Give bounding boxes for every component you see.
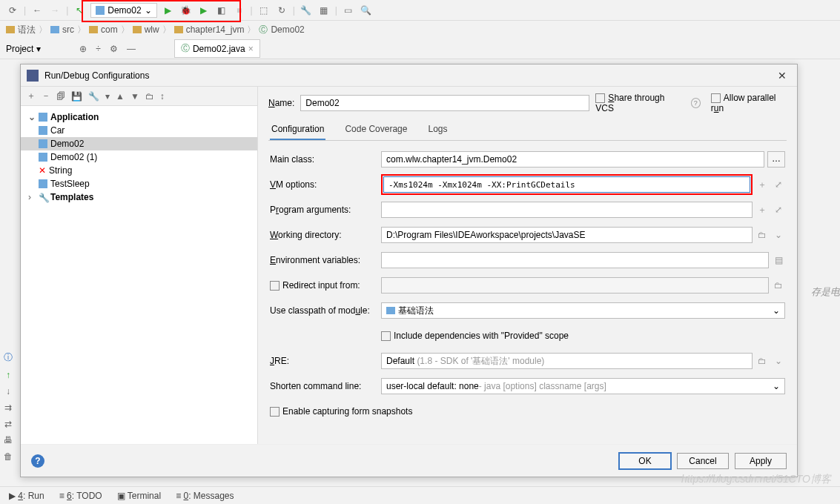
chevron-down-icon[interactable]: ⌄ bbox=[772, 356, 785, 366]
ok-button[interactable]: OK bbox=[619, 453, 671, 469]
chevron-down-icon[interactable]: ⌄ bbox=[772, 230, 785, 240]
folder-icon bbox=[6, 26, 15, 33]
tree-item-car[interactable]: Car bbox=[21, 124, 257, 137]
apply-button[interactable]: Apply bbox=[735, 453, 787, 469]
tab-code-coverage[interactable]: Code Coverage bbox=[343, 121, 409, 140]
help-icon[interactable]: ? bbox=[691, 98, 701, 108]
expand-icon[interactable]: ＋ bbox=[755, 204, 769, 216]
crumb-item[interactable]: wlw〉 bbox=[133, 24, 171, 36]
coverage-icon[interactable]: ▶ bbox=[197, 4, 211, 17]
tree-templates-node[interactable]: › 🔧 Templates bbox=[21, 190, 257, 204]
expand-icon[interactable]: ＋ bbox=[755, 179, 769, 191]
tree-item-demo02[interactable]: Demo02 bbox=[21, 137, 257, 150]
shorten-label: Shorten command line: bbox=[270, 381, 381, 391]
crumb-item[interactable]: chapter14_jvm〉 bbox=[174, 24, 257, 36]
up-arrow-icon[interactable]: ↖ bbox=[73, 4, 86, 17]
run-icon[interactable]: ▶ bbox=[162, 4, 175, 17]
help-button[interactable]: ? bbox=[31, 454, 44, 468]
tab-logs[interactable]: Logs bbox=[426, 121, 449, 140]
print-icon[interactable]: 🖶 bbox=[4, 435, 13, 445]
close-icon[interactable]: ✕ bbox=[773, 70, 791, 82]
debug-icon[interactable]: 🐞 bbox=[179, 4, 193, 17]
list-icon[interactable]: ▤ bbox=[772, 255, 785, 265]
tab-configuration[interactable]: Configuration bbox=[270, 121, 325, 140]
down-icon[interactable]: ▼ bbox=[130, 91, 139, 102]
add-icon[interactable]: ＋ bbox=[27, 90, 36, 102]
wrench-icon[interactable]: 🔧 bbox=[300, 4, 313, 17]
project-dropdown[interactable]: Project ▾ bbox=[6, 44, 41, 54]
main-class-input[interactable] bbox=[381, 151, 764, 168]
back-icon[interactable]: ← bbox=[30, 4, 44, 17]
redirect-label[interactable]: Redirect input from: bbox=[270, 280, 381, 291]
parallel-run-checkbox[interactable]: Allow parallel run bbox=[711, 93, 787, 113]
toggle-icon[interactable]: ⌄ bbox=[28, 112, 36, 122]
folder-icon[interactable]: 🗀 bbox=[755, 356, 769, 366]
env-input[interactable] bbox=[381, 252, 769, 268]
git-icon[interactable]: ⬚ bbox=[257, 4, 271, 17]
sort-icon[interactable]: ↕ bbox=[160, 91, 165, 102]
snapshot-checkbox[interactable]: Enable capturing form snapshots bbox=[270, 406, 412, 417]
copy-icon[interactable]: 🗐 bbox=[56, 91, 65, 102]
work-dir-input[interactable] bbox=[381, 227, 753, 243]
search-icon[interactable]: 🔍 bbox=[360, 4, 373, 17]
folder-icon[interactable]: 🗀 bbox=[755, 230, 769, 240]
settings-icon[interactable]: ⚙ bbox=[110, 44, 118, 54]
rerun-icon[interactable]: ↑ bbox=[6, 370, 10, 380]
classpath-dropdown[interactable]: 基础语法 ⌄ bbox=[381, 302, 785, 319]
hide-icon[interactable]: — bbox=[127, 44, 136, 54]
folder-icon bbox=[133, 26, 142, 33]
prog-args-input[interactable] bbox=[381, 202, 753, 218]
save-icon[interactable]: 💾 bbox=[71, 91, 82, 102]
wrench-icon[interactable]: 🔧 bbox=[88, 91, 99, 102]
idea-icon bbox=[27, 70, 39, 82]
highlight-vm-options bbox=[381, 174, 753, 195]
prog-args-label: Program arguments: bbox=[270, 205, 381, 215]
browse-main-class-button[interactable]: … bbox=[767, 151, 785, 168]
editor-tab[interactable]: Ⓒ Demo02.java × bbox=[174, 39, 260, 58]
crumb-item[interactable]: src〉 bbox=[50, 24, 86, 36]
toggle-icon[interactable]: › bbox=[28, 192, 36, 202]
shorten-dropdown[interactable]: user-local default: none - java [options… bbox=[381, 378, 785, 394]
name-input[interactable] bbox=[300, 95, 589, 111]
collapse-icon[interactable]: ÷ bbox=[96, 44, 101, 54]
remove-icon[interactable]: － bbox=[42, 90, 50, 102]
jre-dropdown[interactable]: Default (1.8 - SDK of '基础语法' module) bbox=[381, 353, 753, 369]
include-deps-checkbox[interactable]: Include dependencies with "Provided" sco… bbox=[381, 331, 569, 341]
run-config-dropdown[interactable]: Demo02 ⌄ bbox=[90, 3, 156, 18]
down-icon[interactable]: ↓ bbox=[6, 386, 10, 397]
maximize-icon[interactable]: ⤢ bbox=[772, 205, 785, 215]
profile-icon[interactable]: ◧ bbox=[215, 4, 228, 17]
update-icon[interactable]: ↻ bbox=[275, 4, 288, 17]
trash-icon[interactable]: 🗑 bbox=[4, 451, 13, 462]
folder-icon bbox=[174, 26, 183, 33]
structure-icon[interactable]: ▦ bbox=[317, 4, 331, 17]
maximize-icon[interactable]: ⤢ bbox=[772, 179, 785, 190]
refresh-icon[interactable]: ⟳ bbox=[6, 4, 19, 17]
share-vcs-checkbox[interactable]: Share through VCS bbox=[595, 93, 680, 113]
app-icon bbox=[39, 113, 47, 122]
dialog-buttons: ? OK Cancel Apply bbox=[21, 444, 797, 477]
filter-icon[interactable]: ⇉ bbox=[4, 402, 12, 413]
gear-icon[interactable]: ⊕ bbox=[79, 44, 87, 54]
folder-icon[interactable]: 🗀 bbox=[145, 91, 154, 102]
env-label: Environment variables: bbox=[270, 255, 381, 265]
crumb-item[interactable]: Ⓒ Demo02 bbox=[259, 24, 304, 36]
crumb-item[interactable]: com〉 bbox=[89, 24, 130, 36]
close-tab-icon[interactable]: × bbox=[248, 44, 254, 54]
cancel-button[interactable]: Cancel bbox=[677, 453, 729, 469]
vm-options-input[interactable] bbox=[383, 176, 750, 193]
status-todo[interactable]: ≡ 6: TODO bbox=[59, 491, 102, 501]
up-icon[interactable]: ▲ bbox=[116, 91, 125, 102]
wrap-icon[interactable]: ⇄ bbox=[4, 419, 12, 429]
status-run[interactable]: ▶ 4: Run bbox=[9, 491, 44, 501]
tree-item-testsleep[interactable]: TestSleep bbox=[21, 177, 257, 190]
jre-label: JRE: bbox=[270, 356, 381, 366]
window-icon[interactable]: ▭ bbox=[342, 4, 355, 17]
status-messages[interactable]: ≡ 0: Messages bbox=[176, 491, 234, 501]
tool-icon[interactable]: ⓘ bbox=[4, 351, 13, 364]
tree-item-string[interactable]: ✕String bbox=[21, 164, 257, 177]
tree-item-demo02-1[interactable]: Demo02 (1) bbox=[21, 150, 257, 164]
status-terminal[interactable]: ▣ Terminal bbox=[117, 491, 161, 501]
crumb-item[interactable]: 语法〉 bbox=[6, 24, 47, 36]
tree-application-node[interactable]: ⌄ Application bbox=[21, 110, 257, 124]
